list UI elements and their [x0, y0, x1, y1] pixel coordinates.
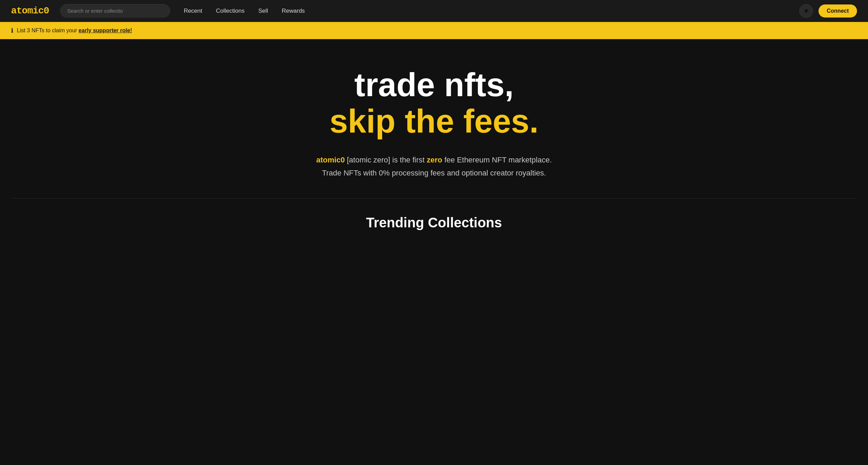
nav-link-sell[interactable]: Sell: [258, 8, 268, 14]
banner-text: List 3 NFTs to claim your early supporte…: [17, 27, 132, 34]
hero-description: atomic0 [atomic zero] is the first zero …: [316, 156, 552, 178]
hero-title-line2: skip the fees.: [330, 103, 538, 139]
search-input[interactable]: [60, 4, 170, 18]
connect-button[interactable]: Connect: [819, 4, 857, 18]
banner-text-prefix: List 3 NFTs to claim your: [17, 27, 79, 33]
logo-text: atomic0: [11, 5, 49, 16]
hero-desc-suffix: fee Ethereum NFT marketplace.: [442, 156, 552, 164]
announcement-banner: ℹ List 3 NFTs to claim your early suppor…: [0, 22, 868, 39]
trending-collections-title: Trending Collections: [11, 215, 857, 230]
nav-right: ☀ Connect: [799, 4, 857, 18]
hero-zero-word: zero: [427, 156, 442, 164]
hero-desc-secondary: Trade NFTs with 0% processing fees and o…: [316, 169, 552, 178]
theme-toggle-button[interactable]: ☀: [799, 4, 813, 18]
hero-desc-middle: [atomic zero] is the first: [345, 156, 426, 164]
info-icon: ℹ: [11, 27, 13, 34]
hero-brand-name: atomic0: [316, 156, 345, 164]
nav-link-rewards[interactable]: Rewards: [282, 8, 305, 14]
nav-links: Recent Collections Sell Rewards: [184, 8, 791, 14]
navbar: atomic0 Recent Collections Sell Rewards …: [0, 0, 868, 22]
nav-link-collections[interactable]: Collections: [216, 8, 245, 14]
hero-title-line1: trade nfts,: [354, 66, 514, 103]
hero-title: trade nfts, skip the fees.: [330, 67, 538, 139]
sun-icon: ☀: [803, 7, 809, 15]
hero-section: trade nfts, skip the fees. atomic0 [atom…: [0, 39, 868, 198]
hero-desc-primary: atomic0 [atomic zero] is the first zero …: [316, 156, 552, 165]
trending-collections-section: Trending Collections: [0, 199, 868, 241]
banner-link[interactable]: early supporter role!: [79, 27, 132, 33]
nav-link-recent[interactable]: Recent: [184, 8, 202, 14]
logo[interactable]: atomic0: [11, 5, 49, 16]
